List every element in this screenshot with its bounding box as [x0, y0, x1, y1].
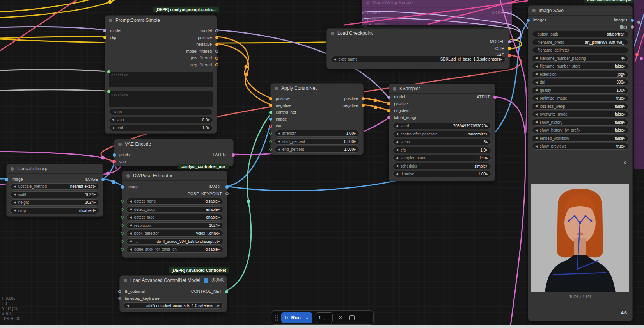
- widget-decrement-arrow[interactable]: ◀: [112, 118, 114, 121]
- widget-overwrite_mode[interactable]: ◀overwrite_modefalse▶: [532, 111, 628, 118]
- widget-decrement-arrow[interactable]: ◀: [278, 140, 280, 143]
- widget-scale_stick_for_xinsr_cn[interactable]: ◀scale_stick_for_xinsr_cndisable▶: [126, 246, 223, 253]
- widget-increment-arrow[interactable]: ▶: [218, 200, 220, 203]
- bottom-scrollbar[interactable]: [0, 325, 644, 328]
- widget-increment-arrow[interactable]: ▶: [486, 141, 488, 144]
- node-titlebar[interactable]: Upscale Image: [7, 164, 103, 174]
- node-upscale-image[interactable]: Upscale ImageimageIMAGE◀upscale_methodne…: [6, 164, 103, 217]
- output-dot-positive[interactable]: [362, 97, 365, 100]
- widget-decrement-arrow[interactable]: ◀: [396, 164, 398, 168]
- output-dot-IMAGE[interactable]: [101, 178, 105, 181]
- output-dot-files[interactable]: [631, 25, 634, 29]
- widget-decrement-arrow[interactable]: ◀: [535, 97, 538, 100]
- widget-decrement-arrow[interactable]: ◀: [130, 224, 132, 227]
- node-collapse-dot[interactable]: [118, 143, 122, 146]
- widget-control after generate[interactable]: ◀control after generaterandomize▶: [393, 131, 491, 137]
- widget-detect_face[interactable]: ◀detect_faceenable▶: [126, 214, 223, 221]
- widget-convert-dot[interactable]: [121, 232, 124, 235]
- widget-cfg[interactable]: ◀cfg1.0▶: [393, 147, 491, 153]
- input-dot-clip[interactable]: [103, 36, 106, 39]
- widget-decrement-arrow[interactable]: ◀: [396, 125, 398, 128]
- widget-increment-arrow[interactable]: ▶: [623, 105, 625, 108]
- widget-embed_workflow[interactable]: ◀embed_workflowfalse▶: [532, 135, 628, 142]
- widget-increment-arrow[interactable]: ▶: [623, 81, 625, 84]
- output-dot-model_filtered[interactable]: [215, 50, 218, 53]
- widget-increment-arrow[interactable]: ▶: [623, 89, 625, 92]
- prompt-textarea-positive[interactable]: positive: [109, 72, 213, 87]
- widget-decrement-arrow[interactable]: ◀: [278, 132, 280, 135]
- widget-convert-dot[interactable]: [269, 148, 272, 151]
- widget-convert-dot[interactable]: [269, 132, 272, 135]
- node-titlebar[interactable]: Load Advanced ControlNet ModelⒶⒸⓃ: [120, 276, 227, 285]
- widget-increment-arrow[interactable]: ▶: [218, 224, 220, 227]
- widget-decrement-arrow[interactable]: ◀: [535, 81, 538, 84]
- widget-increment-arrow[interactable]: ▶: [354, 132, 356, 135]
- widget-bbox_detector[interactable]: ◀bbox_detectoryolox_l.onnx▶: [126, 230, 223, 237]
- widget-…[interactable]: ◀…dw-ll_ucoco_384_bs5.torchscript.pt▶: [126, 238, 223, 245]
- widget-end[interactable]: ◀end1.0▶: [109, 125, 213, 131]
- widget-filename_number_padding[interactable]: ◀filename_number_padding4▶: [532, 55, 628, 62]
- widget-filename_delimiter[interactable]: filename_delimiter_: [532, 47, 628, 53]
- widget-decrement-arrow[interactable]: ◀: [14, 209, 16, 212]
- widget-decrement-arrow[interactable]: ◀: [130, 232, 132, 235]
- widget-increment-arrow[interactable]: ▶: [217, 304, 220, 307]
- widget-extension[interactable]: ◀extensionjpg▶: [532, 71, 628, 78]
- node-collapse-dot[interactable]: [275, 87, 278, 90]
- node-titlebar[interactable]: Image Save: [528, 6, 632, 16]
- node-collapse-dot[interactable]: [331, 32, 334, 35]
- node-titlebar[interactable]: VAE Encode: [114, 139, 233, 149]
- widget-decrement-arrow[interactable]: ◀: [14, 185, 16, 188]
- cancel-icon[interactable]: ✕: [338, 315, 342, 321]
- widget-increment-arrow[interactable]: ▶: [623, 97, 625, 100]
- node-titlebar[interactable]: DWPose Estimator: [122, 171, 227, 181]
- output-dot-model[interactable]: [215, 29, 218, 32]
- batch-count-stepper[interactable]: 1 ⌃ ⌄: [316, 312, 333, 323]
- textarea-input-dot[interactable]: [107, 70, 110, 73]
- input-dot-pixels[interactable]: [113, 153, 116, 157]
- widget-convert-dot[interactable]: [269, 140, 272, 143]
- widget-decrement-arrow[interactable]: ◀: [396, 173, 398, 176]
- widget-increment-arrow[interactable]: ▶: [94, 209, 96, 212]
- widget-dpi[interactable]: ◀dpi300▶: [532, 79, 628, 86]
- widget-increment-arrow[interactable]: ▶: [354, 148, 356, 151]
- widget-decrement-arrow[interactable]: ◀: [535, 145, 538, 148]
- widget-decrement-arrow[interactable]: ◀: [535, 65, 538, 68]
- output-dot-pos_filtered[interactable]: [215, 57, 218, 60]
- widget-decrement-arrow[interactable]: ◀: [130, 208, 132, 211]
- input-dot-positive[interactable]: [387, 102, 390, 105]
- widget-decrement-arrow[interactable]: ◀: [535, 73, 538, 76]
- widget-start_percent[interactable]: ◀start_percent0.000▶: [275, 138, 359, 145]
- output-dot-positive[interactable]: [215, 36, 218, 39]
- widget-increment-arrow[interactable]: ▶: [94, 185, 96, 188]
- node-titlebar[interactable]: KSampler: [389, 84, 495, 94]
- saved-image-preview[interactable]: [531, 184, 629, 292]
- input-dot-vae[interactable]: [113, 160, 116, 163]
- node-load-checkpoint[interactable]: Load CheckpointMODELCLIPVAE◀ckpt_nameSDX…: [326, 28, 510, 69]
- widget-convert-dot[interactable]: [121, 248, 124, 251]
- widget-filename_number_start[interactable]: ◀filename_number_startfalse▶: [532, 63, 628, 70]
- widget-convert-dot[interactable]: [121, 200, 124, 203]
- widget-detect_body[interactable]: ◀detect_bodyenable▶: [126, 206, 223, 213]
- input-dot-negative[interactable]: [269, 104, 272, 107]
- widget-seed[interactable]: ◀seed708949797032020▶: [393, 123, 491, 129]
- widget-show_history[interactable]: ◀show_historyfalse▶: [532, 119, 628, 126]
- widget-height[interactable]: ◀height1024▶: [11, 199, 99, 206]
- widget-decrement-arrow[interactable]: ◀: [112, 127, 114, 130]
- widget-decrement-arrow[interactable]: ◀: [130, 240, 132, 243]
- widget-decrement-arrow[interactable]: ◀: [127, 304, 129, 307]
- widget-show_history_by_prefix[interactable]: ◀show_history_by_prefixfalse▶: [532, 127, 628, 134]
- node-graph-canvas[interactable]: ModelMergeSimplemodel1model2MODEL◀models…: [0, 0, 644, 328]
- input-dot-images[interactable]: [527, 19, 530, 22]
- run-button[interactable]: ▷ Run ⌄: [281, 312, 312, 323]
- widget-steps[interactable]: ◀steps6▶: [393, 139, 491, 145]
- node-titlebar[interactable]: Load Checkpoint: [327, 29, 509, 38]
- node-dwpose-estimator[interactable]: DWPose EstimatorimageIMAGEPOSE_KEYPOINT◀…: [122, 171, 227, 258]
- prompt-textarea-negative[interactable]: negative: [109, 91, 213, 107]
- widget-increment-arrow[interactable]: ▶: [354, 140, 356, 143]
- node-collapse-dot[interactable]: [393, 87, 396, 91]
- input-dot-image[interactable]: [269, 118, 272, 121]
- widget-convert-dot[interactable]: [121, 208, 124, 211]
- widget-decrement-arrow[interactable]: ◀: [396, 157, 398, 160]
- widget-increment-arrow[interactable]: ▶: [218, 248, 220, 251]
- input-dot-model[interactable]: [387, 96, 390, 99]
